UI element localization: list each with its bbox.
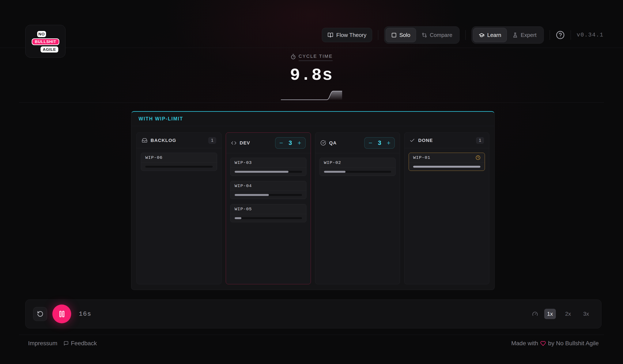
git-compare-icon [422, 33, 427, 38]
board-columns: BACKLOG 1 WIP-06 [131, 126, 494, 290]
graduation-cap-icon [479, 32, 485, 38]
restart-button[interactable] [33, 307, 47, 321]
app-logo: NO BULLSHIT AGILE [25, 25, 66, 58]
top-nav: Flow Theory Solo Compare Learn [322, 26, 603, 44]
inbox-icon [142, 138, 147, 143]
circle-check-icon [320, 140, 326, 146]
column-done: DONE 1 WIP-01 [404, 132, 489, 284]
column-backlog-header: BACKLOG 1 [137, 133, 221, 148]
heart-icon [540, 341, 546, 346]
progress-fill [235, 171, 289, 173]
help-button[interactable] [556, 31, 565, 40]
message-square-icon [64, 341, 69, 346]
nav-divider [571, 30, 571, 40]
flow-theory-label: Flow Theory [336, 32, 366, 38]
speed-3x-button[interactable]: 3x [580, 309, 592, 319]
cycle-time-sparkline [281, 90, 342, 101]
task-card[interactable]: WIP-01 [409, 153, 485, 171]
board-header: WITH WIP-LIMIT [131, 112, 494, 126]
level-toggle: Learn Expert [472, 26, 544, 44]
nav-divider [466, 30, 466, 40]
column-title: DEV [240, 140, 250, 146]
footer-links: Impressum Feedback [28, 340, 97, 347]
column-done-cards: WIP-01 [404, 148, 489, 175]
app-root: { "app": { "version": "v0.34.1", "logo":… [0, 0, 623, 364]
task-card[interactable]: WIP-05 [230, 204, 306, 222]
wip-limit-stepper: − 3 + [364, 137, 395, 149]
level-learn-button[interactable]: Learn [473, 28, 507, 42]
column-title: BACKLOG [151, 138, 176, 143]
circle-help-icon [556, 31, 565, 40]
logo-word-agile: AGILE [41, 46, 58, 53]
card-id: WIP-03 [235, 160, 252, 165]
footer-divider [19, 335, 604, 335]
simulation-controls: 16s 1x 2x 3x [25, 300, 601, 328]
column-backlog-cards: WIP-06 [137, 148, 221, 175]
speed-controls: 1x 2x 3x [532, 309, 592, 319]
column-done-header: DONE 1 [404, 133, 489, 148]
task-card[interactable]: WIP-06 [141, 153, 217, 171]
progress-fill [235, 217, 241, 219]
level-expert-button[interactable]: Expert [507, 28, 542, 42]
pause-button[interactable] [52, 304, 71, 323]
column-qa-cards: WIP-02 [315, 153, 400, 180]
gauge-icon [532, 311, 538, 317]
impressum-link[interactable]: Impressum [28, 340, 57, 347]
progress-bar [235, 194, 302, 196]
progress-bar [413, 166, 480, 168]
pause-icon [58, 310, 66, 318]
column-qa: QA − 3 + WIP-02 [315, 132, 400, 284]
logo-word-no: NO [37, 31, 46, 37]
wip-decrease-button[interactable]: − [277, 138, 286, 148]
card-count-badge: 1 [476, 137, 484, 144]
nav-divider [378, 30, 378, 40]
header-divider [0, 48, 623, 48]
progress-bar [235, 171, 302, 173]
made-with-label: Made with [511, 340, 538, 347]
mode-solo-label: Solo [399, 32, 410, 38]
wip-increase-button[interactable]: + [295, 138, 304, 148]
mode-solo-button[interactable]: Solo [386, 28, 416, 42]
task-card[interactable]: WIP-03 [230, 158, 306, 176]
progress-bar [235, 217, 302, 219]
progress-fill [235, 194, 269, 196]
level-learn-label: Learn [487, 32, 501, 38]
speed-1x-button[interactable]: 1x [544, 309, 556, 319]
flow-theory-button[interactable]: Flow Theory [322, 28, 372, 42]
task-card[interactable]: WIP-04 [230, 181, 306, 199]
wip-increase-button[interactable]: + [384, 138, 393, 148]
level-expert-label: Expert [521, 32, 536, 38]
column-backlog: BACKLOG 1 WIP-06 [136, 132, 222, 284]
wip-decrease-button[interactable]: − [366, 138, 375, 148]
wip-limit-stepper: − 3 + [275, 137, 306, 149]
cycle-time-metric: CYCLE TIME 9.8s [0, 54, 623, 101]
speed-2x-button[interactable]: 2x [562, 309, 574, 319]
elapsed-time: 16s [79, 310, 91, 318]
mode-compare-button[interactable]: Compare [416, 28, 458, 42]
code-icon [231, 140, 237, 146]
wip-limit-value: 3 [289, 139, 292, 146]
card-id: WIP-04 [235, 183, 252, 188]
board-title: WITH WIP-LIMIT [138, 116, 183, 122]
cycle-time-header: CYCLE TIME [290, 54, 333, 61]
timer-icon [290, 54, 296, 60]
task-card[interactable]: WIP-02 [319, 158, 396, 176]
cycle-time-value: 9.8s [290, 66, 333, 85]
card-id: WIP-01 [413, 155, 430, 160]
impressum-label: Impressum [28, 340, 57, 347]
progress-bar [324, 171, 391, 173]
logo-word-bullshit: BULLSHIT [32, 38, 59, 45]
mode-toggle: Solo Compare [384, 26, 460, 44]
progress-fill [324, 171, 346, 173]
card-count-badge: 1 [208, 137, 216, 144]
square-icon [391, 33, 397, 38]
footer-credit: Made with by No Bullshit Agile [511, 340, 599, 347]
feedback-link[interactable]: Feedback [64, 340, 97, 347]
card-id: WIP-06 [145, 155, 163, 160]
column-dev: DEV − 3 + WIP-03 [226, 132, 311, 284]
section-divider [19, 102, 604, 103]
wip-limit-value: 3 [378, 139, 381, 146]
book-open-icon [328, 32, 333, 38]
card-id: WIP-05 [235, 207, 252, 212]
column-dev-cards: WIP-03 WIP-04 [226, 153, 311, 227]
